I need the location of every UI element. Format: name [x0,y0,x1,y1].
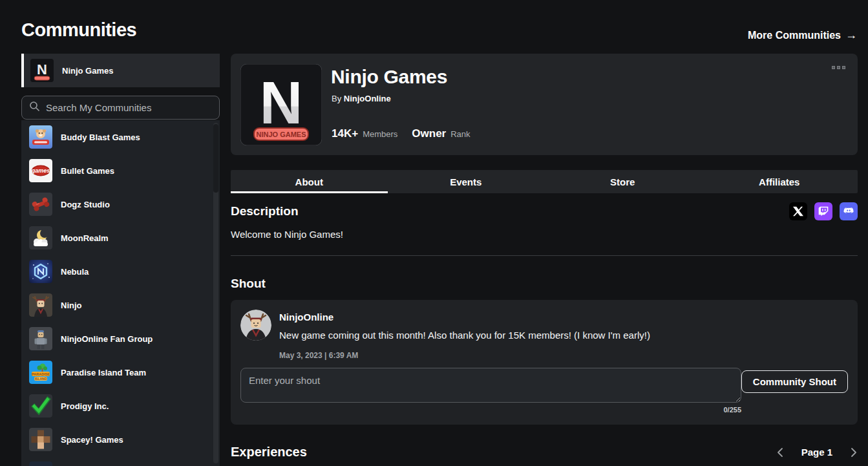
experiences-pager: Page 1 [776,447,858,458]
search-icon [29,101,40,114]
communities-page: Communities More Communities → N Ninjo G… [0,0,868,466]
bullet-games-icon: games [29,159,52,182]
sidebar-item-dogz-studio[interactable]: Dogz Studio [21,187,220,221]
spacey-games-icon [29,428,52,451]
search-box[interactable] [21,96,220,120]
shout-title: Shout [231,277,858,291]
community-shout-button[interactable]: Community Shout [741,370,848,393]
page-title: Communities [21,19,136,41]
more-communities-link[interactable]: More Communities → [748,28,857,42]
page-previous-chevron-icon[interactable] [776,447,784,458]
sidebar-scrollbar-thumb[interactable] [213,124,218,193]
svg-text:ISLAND: ISLAND [35,377,47,381]
tab-affiliates[interactable]: Affiliates [701,170,858,193]
tab-store[interactable]: Store [544,170,701,193]
community-list: Buddy Blast Games games Bullet Games Dog… [21,120,220,466]
by-prefix: By [332,94,341,103]
shout-timestamp: May 3, 2023 | 6:39 AM [279,351,358,360]
shout-card: NinjoOnline New game coming out this mon… [231,300,858,425]
nebula-icon [29,260,52,283]
page-indicator: Page 1 [801,447,832,458]
right-arrow-icon: → [845,28,857,42]
sidebar-item-nebula[interactable]: Nebula [21,255,220,288]
shout-author-name[interactable]: NinjoOnline [279,312,333,323]
x-social-icon[interactable] [789,202,807,220]
ninjoonline-fan-group-icon [29,327,52,350]
shout-input[interactable] [240,368,741,403]
svg-text:N: N [37,61,47,78]
main-content: NNINJO GAMES Ninjo Games By NinjoOnline … [231,54,858,460]
shout-message: New game coming out this month! Also tha… [279,330,650,341]
buddy-blast-games-icon [29,125,52,149]
partial-community-icon [29,461,52,466]
discord-social-icon[interactable] [840,202,858,220]
shout-char-counter: 0/255 [240,406,741,414]
description-text: Welcome to Ninjo Games! [231,229,858,240]
social-links [789,202,858,220]
community-stats: 14K+ Members Owner Rank [332,127,471,140]
rank-value: Owner [412,127,446,140]
experiences-header: Experiences Page 1 [231,445,858,460]
dogz-studio-icon [29,193,52,216]
community-item-label: Prodigy Inc. [61,401,109,411]
community-item-label: Spacey! Games [61,435,123,445]
members-count: 14K+ [332,127,358,140]
sidebar-item-moonrealm[interactable]: MoonRealm [21,221,220,255]
sidebar: N Ninjo Games Buddy Blast Games games B [21,54,220,466]
community-byline: By NinjoOnline [332,94,391,103]
ninjo-games-icon: N [30,59,54,82]
ninjo-icon [29,293,52,317]
sidebar-item-ninjoonline-fan-group[interactable]: NinjoOnline Fan Group [21,322,220,355]
community-item-label: Paradise Island Team [61,368,146,377]
svg-text:games: games [31,167,50,174]
ellipsis-menu-icon[interactable] [830,64,847,71]
moonrealm-icon [29,226,52,249]
community-item-label: Nebula [61,267,89,277]
paradise-island-team-icon: PARADISEISLAND [29,361,52,384]
section-divider [231,255,858,256]
sidebar-item-bullet-games[interactable]: games Bullet Games [21,154,220,187]
owner-link[interactable]: NinjoOnline [344,94,391,103]
community-item-label: Dogz Studio [61,200,110,209]
experiences-title: Experiences [231,445,307,460]
sidebar-item-partial[interactable] [21,456,220,466]
sidebar-scrollbar-track[interactable] [213,123,218,463]
sidebar-item-ninjo[interactable]: Ninjo [21,288,220,322]
description-title: Description [231,204,299,218]
svg-text:PARADISE: PARADISE [32,372,50,376]
community-item-label: Bullet Games [61,166,114,176]
sidebar-item-spacey-games[interactable]: Spacey! Games [21,423,220,456]
selected-community-label: Ninjo Games [62,66,113,76]
more-communities-label: More Communities [748,30,841,41]
active-tab-underline [231,191,388,193]
prodigy-inc-icon [29,394,52,418]
sidebar-item-prodigy-inc[interactable]: Prodigy Inc. [21,389,220,423]
svg-text:NINJO GAMES: NINJO GAMES [256,131,306,138]
members-label: Members [363,129,397,139]
community-item-label: Ninjo [61,301,82,310]
tab-events[interactable]: Events [388,170,545,193]
community-item-label: Buddy Blast Games [61,132,140,142]
rank-label: Rank [450,129,470,139]
sidebar-item-ninjo-games-selected[interactable]: N Ninjo Games [21,54,220,87]
svg-text:N: N [260,70,302,136]
sidebar-item-paradise-island-team[interactable]: PARADISEISLAND Paradise Island Team [21,355,220,389]
community-item-label: NinjoOnline Fan Group [61,334,153,344]
community-name: Ninjo Games [331,66,447,88]
sidebar-item-buddy-blast-games[interactable]: Buddy Blast Games [21,120,220,154]
community-item-label: MoonRealm [61,233,109,243]
tab-bar: About Events Store Affiliates [231,170,858,193]
community-header-card: NNINJO GAMES Ninjo Games By NinjoOnline … [231,54,858,155]
ninjo-games-large-icon: NNINJO GAMES [240,64,322,145]
tab-about[interactable]: About [231,170,388,193]
page-next-chevron-icon[interactable] [850,447,858,458]
search-input[interactable] [46,102,212,113]
twitch-social-icon[interactable] [814,202,832,220]
shout-author-avatar[interactable] [240,310,271,341]
